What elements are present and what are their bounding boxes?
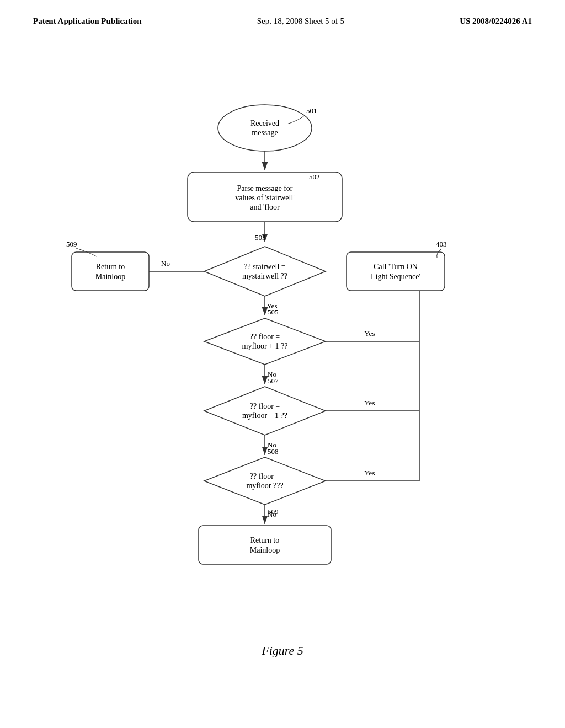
node-508 bbox=[204, 457, 326, 505]
label-no-508: No bbox=[268, 510, 276, 518]
node-502-text2: values of 'stairwell' bbox=[235, 194, 295, 202]
header-date-sheet: Sep. 18, 2008 Sheet 5 of 5 bbox=[257, 17, 344, 26]
node-509a-text2: Mainloop bbox=[95, 272, 125, 281]
node-507 bbox=[204, 387, 326, 435]
header-publication-type: Patent Application Publication bbox=[33, 17, 142, 26]
node-507-text2: myfloor – 1 ?? bbox=[242, 411, 287, 420]
node-503 bbox=[204, 247, 326, 296]
node-509b-text2: Mainloop bbox=[250, 546, 280, 554]
node-508-text1: ?? floor = bbox=[250, 472, 280, 480]
ref-509a: 509 bbox=[66, 240, 77, 248]
ref-508: 508 bbox=[268, 447, 279, 456]
node-501-text1: Received bbox=[250, 119, 279, 127]
figure-caption: Figure 5 bbox=[0, 644, 565, 675]
ref-403: 403 bbox=[436, 240, 447, 248]
node-509b bbox=[199, 526, 331, 564]
node-501 bbox=[218, 105, 312, 151]
node-503-text1: ?? stairwell = bbox=[244, 263, 286, 271]
ref-505: 505 bbox=[268, 308, 279, 316]
node-403-text1: Call 'Turn ON bbox=[374, 263, 418, 271]
node-403 bbox=[347, 252, 445, 291]
label-no-503: No bbox=[161, 259, 170, 267]
node-509b-text1: Return to bbox=[250, 536, 280, 544]
label-yes-505: Yes bbox=[365, 329, 375, 338]
page-header: Patent Application Publication Sep. 18, … bbox=[0, 0, 565, 31]
node-502-text3: and 'floor bbox=[250, 203, 280, 211]
node-503-text2: mystairwell ?? bbox=[242, 272, 287, 280]
diagram-area: Received message 501 Parse message for v… bbox=[0, 31, 565, 638]
ref-501: 501 bbox=[306, 106, 317, 115]
ref-502: 502 bbox=[309, 173, 320, 181]
label-yes-508: Yes bbox=[365, 469, 375, 477]
node-507-text1: ?? floor = bbox=[250, 402, 280, 410]
flowchart-svg: Received message 501 Parse message for v… bbox=[0, 31, 565, 638]
header-patent-number: US 2008/0224026 A1 bbox=[460, 17, 532, 26]
node-403-text2: Light Sequence' bbox=[371, 272, 420, 281]
node-509a bbox=[72, 252, 149, 291]
node-502-text1: Parse message for bbox=[237, 184, 292, 192]
label-yes-507: Yes bbox=[365, 399, 375, 407]
node-505 bbox=[204, 318, 326, 365]
node-501-text2: message bbox=[252, 129, 278, 137]
ref-503: 503 bbox=[255, 233, 266, 242]
node-505-text2: myfloor + 1 ?? bbox=[242, 342, 288, 350]
node-509a-text1: Return to bbox=[96, 263, 125, 271]
node-505-text1: ?? floor = bbox=[250, 333, 280, 341]
node-508-text2: myfloor ??? bbox=[246, 481, 283, 490]
ref-507: 507 bbox=[268, 377, 279, 385]
